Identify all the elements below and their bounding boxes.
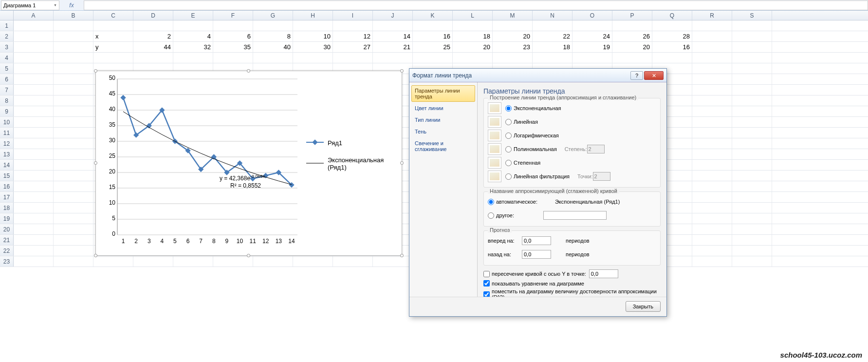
forecast-forward-input[interactable] (522, 236, 551, 245)
row-header[interactable]: 16 (0, 181, 14, 191)
col-header[interactable]: G (253, 11, 293, 20)
cell[interactable] (732, 256, 772, 267)
cell[interactable]: 22 (533, 31, 573, 41)
row-header[interactable]: 11 (0, 128, 14, 138)
row-header[interactable]: 3 (0, 42, 14, 52)
cell[interactable] (732, 181, 772, 191)
cell[interactable] (213, 20, 253, 31)
col-header[interactable]: M (493, 11, 533, 20)
cell[interactable] (692, 171, 732, 181)
cell[interactable] (413, 20, 453, 31)
plot-area[interactable]: y = 42,368e-0,069x R² = 0,8552 (117, 79, 297, 235)
cell[interactable] (453, 53, 493, 63)
cell[interactable] (692, 138, 732, 149)
cell[interactable] (533, 20, 573, 31)
cell[interactable] (612, 20, 652, 31)
cell[interactable] (732, 20, 772, 31)
cell[interactable]: 20 (493, 31, 533, 41)
cell[interactable]: 14 (373, 31, 413, 41)
cell[interactable] (453, 20, 493, 31)
cell[interactable] (692, 203, 732, 213)
col-header[interactable]: A (14, 11, 54, 20)
row-header[interactable]: 4 (0, 53, 14, 63)
cell[interactable]: 18 (453, 31, 493, 41)
cell[interactable] (732, 42, 772, 52)
cell[interactable]: y (93, 42, 133, 52)
cell[interactable] (612, 53, 652, 63)
row-header[interactable]: 23 (0, 256, 14, 267)
select-all-corner[interactable] (0, 11, 14, 20)
cell[interactable] (54, 138, 93, 149)
name-box[interactable]: Диаграмма 1 ▼ (1, 0, 59, 10)
radio-power[interactable] (505, 160, 512, 166)
col-header[interactable]: I (333, 11, 373, 20)
cell[interactable]: 28 (652, 31, 692, 41)
col-header[interactable]: O (573, 11, 612, 20)
intercept-input[interactable] (589, 269, 618, 278)
cell[interactable] (732, 117, 772, 127)
formula-input[interactable] (84, 0, 868, 10)
cell[interactable]: 18 (533, 42, 573, 52)
cell[interactable] (54, 149, 93, 159)
cell[interactable] (692, 63, 732, 74)
cell[interactable] (293, 53, 333, 63)
row-header[interactable]: 10 (0, 117, 14, 127)
cell[interactable] (732, 192, 772, 202)
cell[interactable] (692, 246, 732, 256)
col-header[interactable]: E (173, 11, 213, 20)
cell[interactable] (93, 20, 133, 31)
cell[interactable] (692, 42, 732, 52)
cell[interactable] (293, 256, 333, 267)
cell[interactable] (54, 31, 93, 41)
fx-icon[interactable]: fx (59, 2, 84, 9)
row-header[interactable]: 22 (0, 246, 14, 256)
cell[interactable] (14, 192, 54, 202)
radio-polynomial[interactable] (505, 146, 512, 152)
cell[interactable]: 6 (213, 31, 253, 41)
cell[interactable] (652, 53, 692, 63)
cell[interactable] (692, 20, 732, 31)
cell[interactable]: 26 (612, 31, 652, 41)
cell[interactable] (93, 53, 133, 63)
cell[interactable] (493, 20, 533, 31)
row-header[interactable]: 9 (0, 106, 14, 116)
cell[interactable] (14, 224, 54, 234)
cell[interactable] (54, 224, 93, 234)
cell[interactable] (14, 106, 54, 116)
cell[interactable] (253, 20, 293, 31)
cell[interactable] (14, 85, 54, 95)
cell[interactable] (692, 128, 732, 138)
cell[interactable]: 20 (453, 42, 493, 52)
cell[interactable] (692, 106, 732, 116)
col-header[interactable]: D (133, 11, 173, 20)
chart-legend[interactable]: Ряд1 Экспоненциальная (Ряд1) (306, 139, 402, 181)
cell[interactable] (133, 20, 173, 31)
cell[interactable]: 25 (413, 42, 453, 52)
cell[interactable]: 12 (333, 31, 373, 41)
cell[interactable] (732, 74, 772, 84)
radio-movingavg[interactable] (505, 173, 512, 180)
custom-name-input[interactable] (543, 211, 607, 220)
col-header[interactable]: L (453, 11, 493, 20)
cell[interactable] (213, 256, 253, 267)
help-button[interactable]: ? (630, 71, 643, 80)
cell[interactable] (14, 63, 54, 74)
cell[interactable] (54, 246, 93, 256)
cell[interactable]: 23 (493, 42, 533, 52)
cell[interactable] (692, 181, 732, 191)
cell[interactable] (373, 20, 413, 31)
nav-line-type[interactable]: Тип линии (411, 114, 475, 125)
dialog-title-bar[interactable]: Формат линии тренда ? ✕ (409, 69, 666, 82)
cell[interactable]: x (93, 31, 133, 41)
cell[interactable] (54, 53, 93, 63)
row-header[interactable]: 7 (0, 85, 14, 95)
cell[interactable] (493, 53, 533, 63)
nav-trendline-options[interactable]: Параметры линии тренда (411, 85, 475, 102)
row-header[interactable]: 5 (0, 63, 14, 74)
cell[interactable] (373, 256, 413, 267)
row-header[interactable]: 18 (0, 203, 14, 213)
cell[interactable] (54, 128, 93, 138)
cell[interactable] (14, 235, 54, 245)
checkbox-intercept[interactable] (483, 271, 490, 277)
row-header[interactable]: 20 (0, 224, 14, 234)
